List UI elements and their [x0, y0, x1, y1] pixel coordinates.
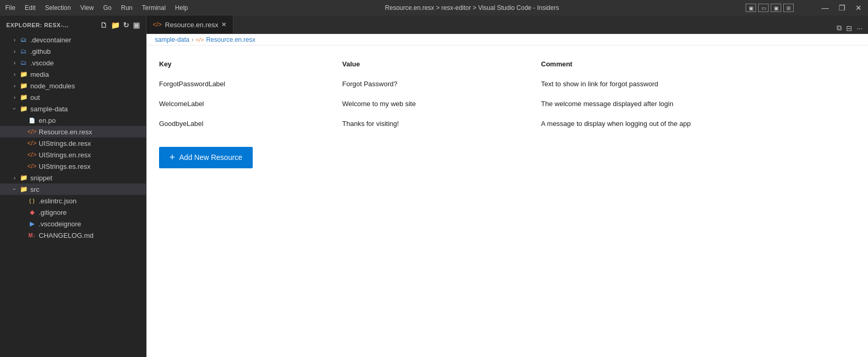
tab-close-button[interactable]: ✕: [221, 21, 227, 28]
tree-item-label: .gitignore: [39, 209, 66, 216]
chevron-icon: ›: [10, 47, 19, 55]
tree-item-label: .eslintrc.json: [39, 197, 76, 205]
menu-go[interactable]: Go: [103, 4, 111, 11]
resource-key-2[interactable]: WelcomeLabel: [159, 99, 342, 109]
tree-item-label: .devcontainer: [30, 36, 71, 44]
tree-item-label: media: [30, 71, 49, 78]
sidebar: EXPLORER: RESX-... 🗋 📁 ↻ ▣ › 🗂 .devconta…: [0, 16, 146, 357]
resource-value-1[interactable]: Forgot Password?: [342, 79, 541, 89]
resource-row[interactable]: GoodbyeLabel Thanks for visiting! A mess…: [159, 114, 855, 134]
breadcrumb-separator-1: ›: [191, 36, 194, 43]
tree-item-label: .github: [30, 48, 51, 55]
split-editor-icon[interactable]: ⧉: [836, 22, 843, 33]
tree-item-devcontainer[interactable]: › 🗂 .devcontainer: [0, 34, 146, 45]
tree-item-eslintrc[interactable]: › { } .eslintrc.json: [0, 195, 146, 206]
sidebar-header: EXPLORER: RESX-... 🗋 📁 ↻ ▣: [0, 16, 146, 34]
tree-item-label: UIStrings.es.resx: [39, 163, 91, 170]
menu-help[interactable]: Help: [175, 4, 188, 11]
toggle-right-icon[interactable]: ▣: [771, 4, 781, 12]
tree-item-snippet[interactable]: › 📁 snippet: [0, 172, 146, 183]
refresh-icon[interactable]: ↻: [123, 21, 130, 29]
tree-item-label: en.po: [39, 117, 56, 124]
tree-item-out[interactable]: › 📁 out: [0, 91, 146, 103]
breadcrumb-sample-data[interactable]: sample-data: [155, 36, 189, 43]
menu-edit[interactable]: Edit: [25, 4, 36, 11]
tab-resx-icon: </>: [153, 21, 162, 28]
tree-item-vscode[interactable]: › 🗂 .vscode: [0, 57, 146, 68]
folder-icon: 📁: [19, 81, 28, 90]
window-title: Resource.en.resx > resx-editor > Visual …: [198, 4, 746, 11]
editor-content: sample-data › </> Resource.en.resx Key V…: [146, 34, 868, 357]
folder-icon: 📁: [19, 173, 28, 182]
tree-item-uistrings-en[interactable]: › </> UIStrings.en.resx: [0, 149, 146, 160]
tree-item-en-po[interactable]: › 📄 en.po: [0, 114, 146, 126]
menu-terminal[interactable]: Terminal: [142, 4, 165, 11]
add-resource-label: Add New Resource: [179, 153, 243, 162]
chevron-icon: ›: [10, 185, 19, 193]
explorer-title: EXPLORER: RESX-...: [6, 22, 69, 28]
folder-icon: 🗂: [19, 47, 28, 56]
tree-item-gitignore[interactable]: › ◆ .gitignore: [0, 206, 146, 218]
resx-file-icon: </>: [27, 150, 37, 159]
tree-item-sample-data[interactable]: › 📁 sample-data: [0, 103, 146, 114]
column-header-value: Value: [342, 60, 541, 68]
tree-item-label: Resource.en.resx: [39, 128, 92, 136]
menu-file[interactable]: File: [5, 4, 15, 11]
tab-resource-en-resx[interactable]: </> Resource.en.resx ✕: [146, 16, 233, 33]
collapse-icon[interactable]: ▣: [133, 21, 140, 29]
sidebar-actions: 🗋 📁 ↻ ▣: [100, 21, 140, 29]
tree-item-label: .vscodeignore: [39, 220, 81, 228]
tree-item-label: node_modules: [30, 82, 75, 90]
resx-file-icon: </>: [27, 127, 37, 136]
tree-item-github[interactable]: › 🗂 .github: [0, 45, 146, 57]
layout-menu-icon[interactable]: ⊞: [783, 4, 794, 12]
resx-file-icon: </>: [27, 139, 37, 148]
toggle-sidebar-icon[interactable]: ▣: [746, 4, 756, 12]
resource-comment-1[interactable]: Text to show in link for forgot password: [541, 79, 855, 89]
close-button[interactable]: ✕: [854, 4, 863, 12]
resource-key-1[interactable]: ForgotPasswordLabel: [159, 79, 342, 89]
tree-item-src[interactable]: › 📁 src: [0, 183, 146, 195]
window-controls: ▣ ▭ ▣ ⊞ — ❐ ✕: [746, 4, 863, 12]
tree-item-changelog[interactable]: › M↓ CHANGELOG.md: [0, 229, 146, 241]
tree-item-resource-en-resx[interactable]: › </> Resource.en.resx: [0, 126, 146, 137]
vs-file-icon: ▶: [27, 219, 37, 228]
breadcrumb: sample-data › </> Resource.en.resx: [146, 34, 868, 45]
folder-icon: 🗂: [19, 58, 28, 67]
resource-table: Key Value Comment ForgotPasswordLabel Fo…: [159, 56, 855, 134]
plus-icon: +: [170, 152, 175, 163]
menu-run[interactable]: Run: [121, 4, 132, 11]
tree-item-label: src: [30, 186, 39, 193]
json-file-icon: { }: [27, 196, 37, 205]
tree-item-label: CHANGELOG.md: [39, 232, 94, 239]
menu-selection[interactable]: Selection: [45, 4, 71, 11]
resource-comment-2[interactable]: The welcome message displayed after logi…: [541, 99, 855, 109]
maximize-button[interactable]: ❐: [838, 4, 846, 12]
toggle-panel-icon[interactable]: ▭: [758, 4, 769, 12]
resource-key-3[interactable]: GoodbyeLabel: [159, 119, 342, 129]
new-folder-icon[interactable]: 📁: [111, 21, 120, 29]
tree-item-vscodeignore[interactable]: › ▶ .vscodeignore: [0, 218, 146, 229]
new-file-icon[interactable]: 🗋: [100, 21, 108, 29]
resource-comment-3[interactable]: A message to display when logging out of…: [541, 119, 855, 129]
tree-item-node-modules[interactable]: › 📁 node_modules: [0, 80, 146, 91]
tree-item-label: snippet: [30, 174, 52, 182]
minimize-button[interactable]: —: [821, 4, 829, 12]
more-actions-icon[interactable]: ⊟: [845, 23, 853, 33]
resource-row[interactable]: ForgotPasswordLabel Forgot Password? Tex…: [159, 74, 855, 94]
file-icon: 📄: [27, 116, 37, 125]
tree-item-media[interactable]: › 📁 media: [0, 68, 146, 80]
overflow-menu-icon[interactable]: ···: [855, 23, 864, 33]
breadcrumb-resource-en-resx[interactable]: Resource.en.resx: [206, 36, 255, 43]
resource-value-3[interactable]: Thanks for visiting!: [342, 119, 541, 129]
tree-item-label: UIStrings.de.resx: [39, 140, 91, 147]
resource-row[interactable]: WelcomeLabel Welcome to my web site The …: [159, 94, 855, 114]
tree-item-uistrings-de[interactable]: › </> UIStrings.de.resx: [0, 137, 146, 149]
tree-item-uistrings-es[interactable]: › </> UIStrings.es.resx: [0, 160, 146, 172]
resource-value-2[interactable]: Welcome to my web site: [342, 99, 541, 109]
tree-item-label: out: [30, 94, 40, 101]
folder-icon: 📁: [19, 104, 28, 113]
menu-view[interactable]: View: [80, 4, 94, 11]
add-new-resource-button[interactable]: + Add New Resource: [159, 147, 253, 168]
main-area: EXPLORER: RESX-... 🗋 📁 ↻ ▣ › 🗂 .devconta…: [0, 16, 868, 357]
